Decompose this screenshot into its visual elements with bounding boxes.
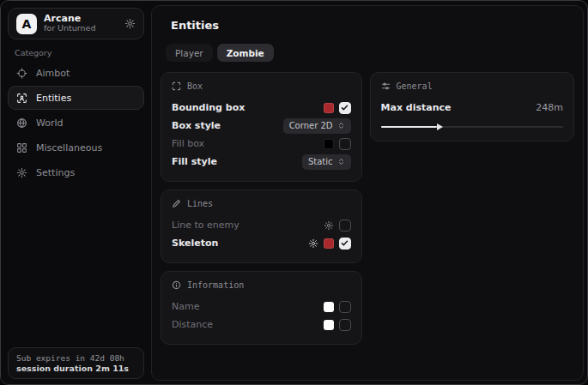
fill-style-dropdown[interactable]: Static [302,154,351,170]
setting-label: Fill box [172,138,324,149]
globe-icon [16,117,27,129]
color-swatch[interactable] [324,103,334,113]
scan-entity-icon [16,93,27,104]
setting-label: Name [172,301,324,312]
card-title: General [397,81,433,91]
setting-label: Max distance [381,102,536,113]
box-style-dropdown[interactable]: Corner 2D [283,118,351,134]
box-scan-icon [172,81,181,91]
setting-row: Fill style Static [172,153,351,171]
setting-row: Bounding box [172,99,351,117]
sidebar: A Arcane for Unturned Category A [1,1,151,384]
setting-label: Box style [172,120,283,131]
box-card: Box Bounding box Box style [161,72,362,182]
sidebar-item-label: World [36,117,64,129]
grid-icon [16,142,27,153]
app-window: A Arcane for Unturned Category A [0,0,588,385]
category-label: Category [15,48,52,57]
app-subtitle: for Unturned [44,24,118,33]
sidebar-nav: Aimbot Entities World [8,61,144,184]
sliders-icon [381,81,391,91]
sidebar-item-label: Settings [36,167,75,178]
main-panel: Entities Player Zombie Box [151,5,584,381]
gear-icon [16,167,27,178]
crosshair-icon [16,68,27,79]
setting-row: Skeleton [172,234,351,252]
sidebar-item-aimbot[interactable]: Aimbot [8,61,144,85]
chevrons-up-down-icon [337,122,345,129]
color-swatch[interactable] [324,139,334,149]
setting-row: Line to enemy [172,216,351,234]
subscription-status-card: Sub expires in 42d 08h session duration … [8,347,144,379]
information-card: Information Name Distance [161,271,362,345]
session-duration-text: session duration 2m 11s [16,364,136,373]
tab-player[interactable]: Player [166,44,213,62]
setting-label: Distance [172,319,324,330]
card-title: Lines [187,199,213,208]
gear-icon[interactable] [324,220,334,231]
max-distance-slider[interactable] [381,123,563,130]
info-icon [172,280,181,290]
distance-checkbox[interactable] [339,319,351,331]
fill-box-checkbox[interactable] [339,138,351,150]
color-swatch[interactable] [324,238,334,249]
setting-row: Box style Corner 2D [172,117,351,135]
setting-row: Distance [172,316,351,334]
gear-icon[interactable] [308,238,318,249]
app-logo: A [16,14,37,34]
setting-label: Bounding box [172,102,324,113]
slider-fill-and-thumb[interactable] [381,126,438,128]
max-distance-value: 248m [536,102,563,113]
tab-zombie[interactable]: Zombie [217,44,274,62]
line-to-enemy-checkbox[interactable] [339,220,351,232]
setting-row: Fill box [172,135,351,153]
setting-row: Name [172,298,351,316]
sidebar-item-label: Entities [36,93,71,104]
pencil-line-icon [172,199,181,208]
card-title: Box [187,81,203,91]
color-swatch[interactable] [324,302,334,312]
logo-card: A Arcane for Unturned [8,8,144,39]
dropdown-value: Corner 2D [289,121,333,130]
color-swatch[interactable] [324,320,334,330]
sidebar-item-miscellaneous[interactable]: Miscellaneous [8,135,144,159]
sidebar-item-world[interactable]: World [8,111,144,135]
bounding-box-checkbox[interactable] [339,102,351,114]
sidebar-item-settings[interactable]: Settings [8,160,144,184]
sidebar-item-label: Aimbot [36,68,70,79]
sidebar-item-label: Miscellaneous [36,142,102,153]
gear-icon[interactable] [124,18,136,29]
sub-expiry-text: Sub expires in 42d 08h [16,353,136,363]
skeleton-checkbox[interactable] [339,238,351,250]
setting-row: Max distance 248m [381,99,563,117]
setting-label: Fill style [172,156,302,167]
sidebar-item-entities[interactable]: Entities [8,86,144,110]
chevrons-up-down-icon [337,158,345,165]
entity-tabs: Player Zombie [166,44,574,62]
setting-label: Skeleton [172,238,308,249]
page-title: Entities [171,19,574,32]
setting-label: Line to enemy [172,220,324,231]
dropdown-value: Static [308,157,333,166]
name-checkbox[interactable] [339,301,351,313]
card-title: Information [187,280,244,290]
lines-card: Lines Line to enemy [161,189,362,263]
general-card: General Max distance 248m [370,72,574,141]
